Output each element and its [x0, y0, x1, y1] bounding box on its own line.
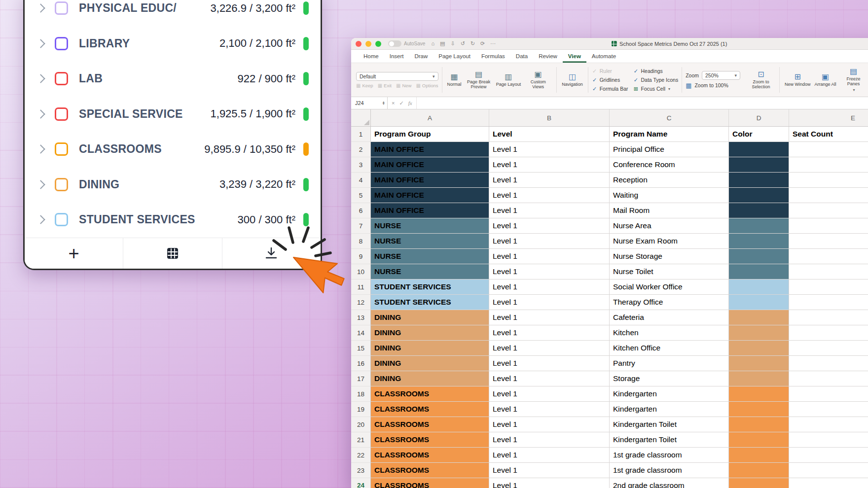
- close-window-button[interactable]: [356, 41, 362, 47]
- color-checkbox[interactable]: [55, 142, 68, 156]
- color-checkbox[interactable]: [55, 107, 68, 121]
- cell-a2[interactable]: MAIN OFFICE: [371, 142, 489, 157]
- cell-a10[interactable]: NURSE: [371, 264, 489, 279]
- cell-d24[interactable]: [729, 478, 789, 488]
- program-row-physical-educ[interactable]: PHYSICAL EDUC/3,226.9 / 3,200 ft²: [25, 0, 321, 26]
- cell-d2[interactable]: [729, 142, 789, 157]
- cell-c3[interactable]: Conference Room: [610, 157, 729, 173]
- cell-d11[interactable]: [729, 279, 789, 295]
- tab-formulas[interactable]: Formulas: [476, 50, 510, 63]
- cell-e7[interactable]: [789, 218, 868, 234]
- normal-button[interactable]: ▦Normal: [446, 72, 463, 87]
- cell-a15[interactable]: DINING: [371, 341, 489, 356]
- row-header-24[interactable]: 24: [351, 478, 371, 488]
- home-icon[interactable]: ⌂: [431, 41, 434, 46]
- tab-view[interactable]: View: [563, 50, 586, 63]
- program-row-dining[interactable]: DINING3,239 / 3,220 ft²: [25, 167, 321, 203]
- tab-data[interactable]: Data: [510, 50, 533, 63]
- cell-c20[interactable]: Kindergarten Toilet: [610, 417, 729, 432]
- save-icon[interactable]: ⇩: [450, 41, 455, 46]
- cell-b20[interactable]: Level 1: [489, 417, 610, 432]
- column-header-b[interactable]: B: [489, 109, 610, 126]
- cell-a13[interactable]: DINING: [371, 310, 489, 325]
- row-header-23[interactable]: 23: [351, 463, 371, 478]
- cell-e5[interactable]: [789, 188, 868, 203]
- cell-b6[interactable]: Level 1: [489, 203, 610, 218]
- row-header-12[interactable]: 12: [351, 295, 371, 310]
- cell-d1[interactable]: Color: [729, 127, 789, 142]
- row-header-1[interactable]: 1: [351, 127, 371, 142]
- cell-e24[interactable]: [789, 478, 868, 488]
- color-checkbox[interactable]: [55, 213, 68, 226]
- cell-e6[interactable]: [789, 203, 868, 218]
- cell-b21[interactable]: Level 1: [489, 432, 610, 448]
- column-header-c[interactable]: C: [610, 109, 729, 126]
- add-button[interactable]: +: [25, 238, 123, 269]
- row-header-22[interactable]: 22: [351, 448, 371, 463]
- row-header-20[interactable]: 20: [351, 417, 371, 432]
- cell-c17[interactable]: Storage: [610, 371, 729, 386]
- cell-b12[interactable]: Level 1: [489, 295, 610, 310]
- cell-d23[interactable]: [729, 463, 789, 478]
- cell-d15[interactable]: [729, 341, 789, 356]
- chevron-right-icon[interactable]: [36, 39, 45, 48]
- cell-a17[interactable]: DINING: [371, 371, 489, 386]
- chevron-right-icon[interactable]: [36, 180, 45, 189]
- cell-e2[interactable]: [789, 142, 868, 157]
- program-row-special-service[interactable]: SPECIAL SERVICE1,925.5 / 1,900 ft²: [25, 97, 321, 132]
- select-all-corner[interactable]: [351, 109, 371, 126]
- cell-b17[interactable]: Level 1: [489, 371, 610, 386]
- color-checkbox[interactable]: [55, 1, 68, 15]
- cell-d3[interactable]: [729, 157, 789, 173]
- cell-d9[interactable]: [729, 249, 789, 264]
- cell-c22[interactable]: 1st grade classroom: [610, 448, 729, 463]
- cell-e14[interactable]: [789, 325, 868, 341]
- navigation-button[interactable]: ◫ Navigation: [560, 72, 584, 87]
- cell-c18[interactable]: Kindergarten: [610, 386, 729, 402]
- minimize-window-button[interactable]: [365, 41, 371, 47]
- color-checkbox[interactable]: [55, 37, 68, 50]
- cell-d7[interactable]: [729, 218, 789, 234]
- cell-d22[interactable]: [729, 448, 789, 463]
- cell-d18[interactable]: [729, 386, 789, 402]
- cell-c6[interactable]: Mail Room: [610, 203, 729, 218]
- chevron-right-icon[interactable]: [36, 4, 45, 13]
- cell-d13[interactable]: [729, 310, 789, 325]
- cell-a9[interactable]: NURSE: [371, 249, 489, 264]
- chevron-right-icon[interactable]: [36, 215, 45, 224]
- row-header-8[interactable]: 8: [351, 234, 371, 249]
- cell-d17[interactable]: [729, 371, 789, 386]
- cell-a8[interactable]: NURSE: [371, 234, 489, 249]
- cell-e8[interactable]: [789, 234, 868, 249]
- cell-e21[interactable]: [789, 432, 868, 448]
- cell-b8[interactable]: Level 1: [489, 234, 610, 249]
- cell-b16[interactable]: Level 1: [489, 356, 610, 371]
- zoom-to-100-button[interactable]: ▦ Zoom to 100%: [686, 82, 740, 89]
- cell-c14[interactable]: Kitchen: [610, 325, 729, 341]
- cell-a4[interactable]: MAIN OFFICE: [371, 173, 489, 188]
- row-header-10[interactable]: 10: [351, 264, 371, 279]
- cell-e9[interactable]: [789, 249, 868, 264]
- cell-a14[interactable]: DINING: [371, 325, 489, 341]
- cell-a3[interactable]: MAIN OFFICE: [371, 157, 489, 173]
- cell-c12[interactable]: Therapy Office: [610, 295, 729, 310]
- row-header-19[interactable]: 19: [351, 402, 371, 417]
- cell-b22[interactable]: Level 1: [489, 448, 610, 463]
- fx-icon[interactable]: fx: [408, 100, 412, 106]
- cell-e23[interactable]: [789, 463, 868, 478]
- cell-b9[interactable]: Level 1: [489, 249, 610, 264]
- custom-views-button[interactable]: ▣Custom Views: [523, 70, 553, 90]
- cell-e16[interactable]: [789, 356, 868, 371]
- cell-d21[interactable]: [729, 432, 789, 448]
- cell-a16[interactable]: DINING: [371, 356, 489, 371]
- cell-d4[interactable]: [729, 173, 789, 188]
- cell-c21[interactable]: Kindergarten Toilet: [610, 432, 729, 448]
- cell-e10[interactable]: [789, 264, 868, 279]
- row-header-18[interactable]: 18: [351, 386, 371, 402]
- cell-b18[interactable]: Level 1: [489, 386, 610, 402]
- check-gridlines[interactable]: ✓Gridlines: [592, 76, 628, 84]
- cell-c11[interactable]: Social Worker Office: [610, 279, 729, 295]
- cell-b1[interactable]: Level: [489, 127, 610, 142]
- autosave-toggle[interactable]: AutoSave: [388, 40, 425, 47]
- column-header-a[interactable]: A: [371, 109, 489, 126]
